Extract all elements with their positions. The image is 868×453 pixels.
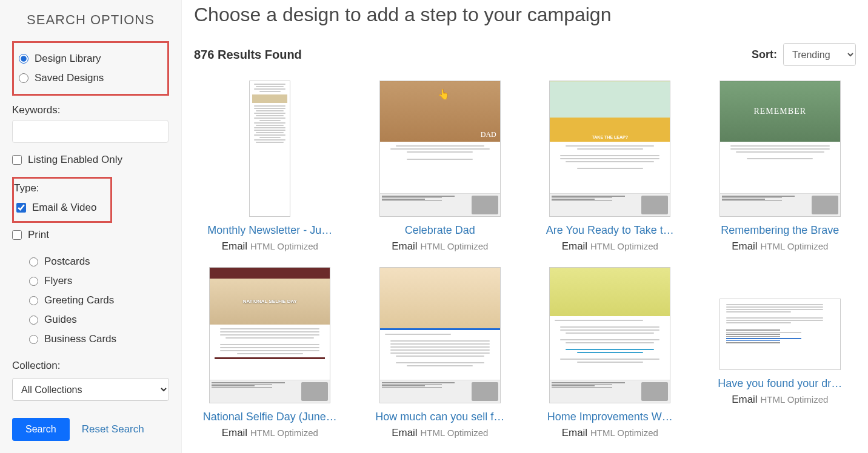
subtype-flyers-input[interactable] <box>29 277 38 286</box>
design-thumbnail[interactable] <box>719 299 841 370</box>
design-type: Email <box>732 394 758 405</box>
design-title-link[interactable]: Remembering the Brave <box>707 224 853 237</box>
design-meta: Email HTML Optimized <box>534 427 686 439</box>
sidebar-actions: Search Reset Search <box>12 418 169 441</box>
results-label: Results Found <box>218 48 302 61</box>
sidebar-title: SEARCH OPTIONS <box>12 12 169 28</box>
design-subtype: HTML Optimized <box>420 428 488 438</box>
design-title-link[interactable]: Are You Ready to Take t… <box>537 224 683 237</box>
subtype-flyers-label: Flyers <box>44 275 72 287</box>
keywords-input[interactable] <box>12 120 169 143</box>
type-email-video-row[interactable]: Email & Video <box>14 199 110 216</box>
subtype-guides-label: Guides <box>44 314 77 326</box>
design-type: Email <box>392 427 418 438</box>
subtype-business-cards[interactable]: Business Cards <box>29 329 169 349</box>
design-title-link[interactable]: Have you found your dr… <box>707 377 853 390</box>
reset-search-button[interactable]: Reset Search <box>82 423 144 435</box>
subtype-greeting-cards-label: Greeting Cards <box>44 294 114 306</box>
results-count: 876 Results Found <box>194 48 302 62</box>
results-header: 876 Results Found Sort: Trending <box>194 43 856 66</box>
design-card: Monthly Newsletter - Ju… Email HTML Opti… <box>194 81 346 253</box>
design-meta: Email HTML Optimized <box>704 240 856 253</box>
design-subtype: HTML Optimized <box>250 428 318 438</box>
design-card: REMEMBER Remembering the Brave Email HTM… <box>704 81 856 253</box>
source-radio-group: Design Library Saved Designs <box>12 41 169 96</box>
design-thumbnail[interactable] <box>549 81 670 217</box>
design-thumbnail[interactable]: 👆 DAD <box>379 81 501 217</box>
design-type: Email <box>562 240 588 252</box>
app-root: SEARCH OPTIONS Design Library Saved Desi… <box>0 0 868 453</box>
design-thumbnail[interactable]: NATIONAL SELFIE DAY <box>209 267 330 403</box>
type-email-video-label: Email & Video <box>32 202 96 214</box>
type-print-label: Print <box>28 229 49 241</box>
radio-saved-designs[interactable]: Saved Designs <box>14 68 167 88</box>
radio-saved-designs-input[interactable] <box>19 73 28 83</box>
design-subtype: HTML Optimized <box>760 394 828 405</box>
print-subtypes: Postcards Flyers Greeting Cards Guides B… <box>12 252 169 349</box>
design-grid: Monthly Newsletter - Ju… Email HTML Opti… <box>194 81 856 439</box>
design-card: Have you found your dr… Email HTML Optim… <box>704 267 856 439</box>
listing-enabled-checkbox[interactable] <box>12 155 22 165</box>
subtype-greeting-cards[interactable]: Greeting Cards <box>29 291 169 310</box>
design-type: Email <box>222 240 248 252</box>
type-email-video-checkbox[interactable] <box>16 203 26 213</box>
design-type: Email <box>392 240 418 252</box>
keywords-label: Keywords: <box>12 104 169 116</box>
radio-design-library-label: Design Library <box>35 53 101 65</box>
radio-design-library-input[interactable] <box>19 54 28 64</box>
sort-label: Sort: <box>752 48 777 61</box>
results-number: 876 <box>194 48 214 61</box>
subtype-guides-input[interactable] <box>29 316 38 325</box>
search-button[interactable]: Search <box>12 418 70 441</box>
design-subtype: HTML Optimized <box>420 241 488 251</box>
design-title-link[interactable]: Celebrate Dad <box>367 224 513 237</box>
radio-saved-designs-label: Saved Designs <box>35 72 104 84</box>
subtype-guides[interactable]: Guides <box>29 310 169 329</box>
design-type: Email <box>222 427 248 438</box>
design-title-link[interactable]: Home Improvements W… <box>537 411 683 423</box>
type-label: Type: <box>14 182 110 196</box>
listing-enabled-row[interactable]: Listing Enabled Only <box>12 151 169 168</box>
subtype-greeting-cards-input[interactable] <box>29 296 38 305</box>
design-thumbnail[interactable] <box>379 267 501 403</box>
collection-label: Collection: <box>12 360 169 372</box>
cursor-pointer-icon: 👆 <box>438 88 450 100</box>
design-meta: Email HTML Optimized <box>534 240 686 253</box>
design-card: Home Improvements W… Email HTML Optimize… <box>534 267 686 439</box>
design-thumbnail[interactable] <box>549 267 670 403</box>
radio-design-library[interactable]: Design Library <box>14 49 167 68</box>
search-options-panel: SEARCH OPTIONS Design Library Saved Desi… <box>0 0 182 453</box>
subtype-postcards[interactable]: Postcards <box>29 252 169 271</box>
type-print-checkbox[interactable] <box>12 230 22 240</box>
design-meta: Email HTML Optimized <box>194 240 346 253</box>
subtype-business-cards-label: Business Cards <box>44 333 116 345</box>
type-print-row[interactable]: Print <box>12 226 169 243</box>
design-card: Are You Ready to Take t… Email HTML Opti… <box>534 81 686 253</box>
design-title-link[interactable]: National Selfie Day (June… <box>197 411 342 423</box>
design-meta: Email HTML Optimized <box>194 427 346 439</box>
design-subtype: HTML Optimized <box>250 241 318 251</box>
subtype-postcards-input[interactable] <box>29 257 38 266</box>
listing-enabled-label: Listing Enabled Only <box>28 154 122 166</box>
subtype-business-cards-input[interactable] <box>29 335 38 344</box>
design-subtype: HTML Optimized <box>760 241 828 251</box>
design-thumbnail[interactable] <box>249 81 290 217</box>
subtype-flyers[interactable]: Flyers <box>29 271 169 291</box>
design-subtype: HTML Optimized <box>590 241 658 251</box>
design-thumbnail[interactable]: REMEMBER <box>719 81 841 217</box>
design-card: 👆 DAD Celebrate Dad Email HTML Opt <box>364 81 516 253</box>
collection-field: Collection: All Collections <box>12 360 169 401</box>
design-type: Email <box>562 427 588 438</box>
design-card: How much can you sell f… Email HTML Opti… <box>364 267 516 439</box>
design-meta: Email HTML Optimized <box>364 240 516 253</box>
sort-control: Sort: Trending <box>752 43 856 66</box>
collection-select[interactable]: All Collections <box>12 378 169 401</box>
design-subtype: HTML Optimized <box>590 428 658 438</box>
main-content: Choose a design to add a step to your ca… <box>182 0 868 453</box>
design-meta: Email HTML Optimized <box>364 427 516 439</box>
sort-select[interactable]: Trending <box>783 43 856 66</box>
design-title-link[interactable]: Monthly Newsletter - Ju… <box>197 224 342 237</box>
design-title-link[interactable]: How much can you sell f… <box>367 411 513 423</box>
design-card: NATIONAL SELFIE DAY National Selfie Day … <box>194 267 346 439</box>
design-meta: Email HTML Optimized <box>704 394 856 406</box>
